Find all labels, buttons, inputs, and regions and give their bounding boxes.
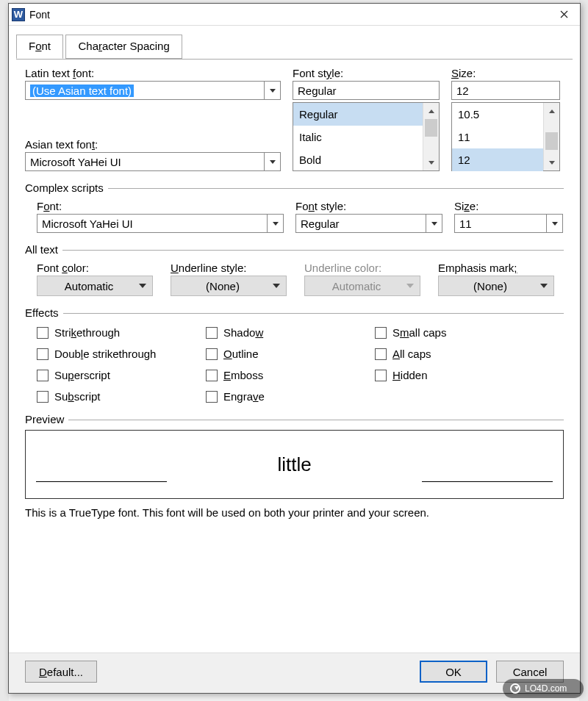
font-color-label: Font color: <box>37 262 153 274</box>
complex-font-combo[interactable]: Microsoft YaHei UI <box>37 214 284 233</box>
list-item[interactable]: 10.5 <box>452 103 543 126</box>
font-style-input[interactable]: Regular <box>293 81 440 100</box>
cb-all-caps[interactable]: All caps <box>375 348 564 360</box>
cb-shadow[interactable]: Shadow <box>206 326 375 339</box>
cb-superscript[interactable]: Superscript <box>37 369 206 381</box>
tab-font[interactable]: Font <box>16 35 63 59</box>
latin-font-combo[interactable]: (Use Asian text font) <box>25 81 281 100</box>
complex-style-combo[interactable]: Regular <box>295 214 442 233</box>
size-list[interactable]: 10.5 11 12 <box>451 102 560 171</box>
window-title: Font <box>29 9 548 21</box>
group-preview: Preview little <box>25 413 564 499</box>
download-icon <box>510 683 520 694</box>
panel: Latin text font: (Use Asian text font) A… <box>9 60 580 528</box>
list-item[interactable]: Italic <box>293 126 423 148</box>
chevron-down-icon <box>267 215 283 232</box>
chevron-down-icon <box>264 153 280 170</box>
ok-button[interactable]: OK <box>420 661 487 683</box>
default-button[interactable]: Default... <box>25 661 97 683</box>
chevron-down-icon <box>264 82 280 99</box>
cb-small-caps[interactable]: Small caps <box>375 326 564 339</box>
list-item[interactable]: Bold <box>293 148 423 171</box>
underline-color-label: Underline color: <box>304 262 420 274</box>
list-item[interactable]: 12 <box>452 148 543 171</box>
group-complex-scripts: Complex scripts Font: Microsoft YaHei UI… <box>25 181 564 233</box>
emphasis-mark-label: Emphasis mark; <box>438 262 554 274</box>
font-description: This is a TrueType font. This font will … <box>25 506 564 519</box>
tabstrip: Font Character Spacing <box>16 35 580 60</box>
size-label: Size: <box>451 67 560 79</box>
scroll-up-icon[interactable] <box>544 103 559 119</box>
scroll-down-icon[interactable] <box>423 154 439 170</box>
underline-color-dropdown: Automatic <box>304 276 420 296</box>
watermark: LO4D.com <box>503 679 584 698</box>
preview-sample: little <box>277 453 311 476</box>
font-style-label: Font style: <box>293 67 440 79</box>
titlebar: W Font <box>9 4 580 26</box>
underline-style-label: Underline style: <box>171 262 287 274</box>
button-row: Default... OK Cancel <box>9 653 580 693</box>
group-effects: Effects Strikethrough Shadow Small caps … <box>25 306 564 403</box>
asian-font-combo[interactable]: Microsoft YaHei UI <box>25 152 281 171</box>
cb-engrave[interactable]: Engrave <box>206 390 375 403</box>
list-item[interactable]: 11 <box>452 126 543 148</box>
scroll-down-icon[interactable] <box>544 154 559 170</box>
font-dialog: W Font Font Character Spacing Latin text… <box>8 3 581 694</box>
cb-double-strikethrough[interactable]: Double strikethrough <box>37 348 206 360</box>
complex-size-label: Size: <box>454 200 563 212</box>
complex-size-combo[interactable]: 11 <box>454 214 563 233</box>
scroll-up-icon[interactable] <box>423 103 439 119</box>
list-item[interactable]: Regular <box>293 103 423 126</box>
close-button[interactable] <box>548 4 580 25</box>
size-input[interactable]: 12 <box>451 81 560 100</box>
chevron-down-icon <box>546 215 562 232</box>
scrollbar[interactable] <box>543 103 559 170</box>
scrollbar[interactable] <box>423 103 439 170</box>
font-style-list[interactable]: Regular Italic Bold <box>293 102 440 171</box>
cb-hidden[interactable]: Hidden <box>375 369 564 381</box>
group-all-text: All text Font color: Automatic Underline… <box>25 243 564 296</box>
asian-font-label: Asian text font: <box>25 138 281 151</box>
latin-font-label: Latin text font: <box>25 67 281 79</box>
preview-box: little <box>25 430 564 499</box>
app-icon: W <box>12 8 25 21</box>
cb-outline[interactable]: Outline <box>206 348 375 360</box>
complex-style-label: Font style: <box>295 200 442 212</box>
emphasis-mark-dropdown[interactable]: (None) <box>438 276 554 296</box>
cb-strikethrough[interactable]: Strikethrough <box>37 326 206 339</box>
complex-font-label: Font: <box>37 200 284 212</box>
font-color-dropdown[interactable]: Automatic <box>37 276 153 296</box>
underline-style-dropdown[interactable]: (None) <box>171 276 287 296</box>
close-icon <box>560 10 568 18</box>
cb-subscript[interactable]: Subscript <box>37 390 206 403</box>
cb-emboss[interactable]: Emboss <box>206 369 375 381</box>
tab-character-spacing[interactable]: Character Spacing <box>65 35 182 59</box>
chevron-down-icon <box>426 215 442 232</box>
